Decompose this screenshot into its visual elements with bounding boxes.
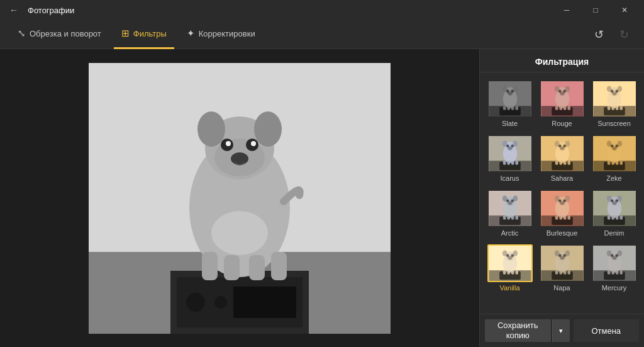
svg-rect-29	[515, 106, 518, 110]
svg-rect-154	[511, 271, 514, 275]
filter-icarus[interactable]: Icarus	[485, 132, 535, 185]
svg-rect-113	[515, 215, 518, 220]
svg-rect-97	[611, 161, 614, 165]
main-content: Фильтрация	[0, 49, 644, 347]
app-title: Фотографии	[28, 6, 552, 15]
svg-point-5	[214, 296, 227, 309]
titlebar: ← Фотографии ─ □ ✕	[0, 0, 644, 20]
svg-rect-41	[559, 106, 562, 110]
svg-rect-138	[607, 215, 610, 220]
svg-point-13	[197, 111, 225, 147]
svg-point-91	[560, 147, 564, 151]
filter-sunscreen[interactable]: Sunscreen	[589, 77, 639, 130]
svg-rect-152	[502, 270, 506, 275]
cancel-button[interactable]: Отмена	[574, 319, 640, 342]
restore-button[interactable]: □	[581, 0, 610, 20]
svg-point-147	[612, 202, 616, 205]
photo-image	[89, 63, 391, 334]
svg-rect-70	[511, 161, 514, 165]
svg-rect-6	[233, 287, 296, 318]
filter-name-icarus: Icarus	[501, 174, 519, 182]
svg-rect-98	[615, 161, 618, 165]
redo-button[interactable]: ↻	[614, 25, 634, 45]
svg-rect-96	[607, 161, 610, 165]
panel-title: Фильтрация	[480, 49, 644, 72]
svg-rect-43	[567, 106, 570, 110]
svg-point-77	[508, 147, 512, 151]
svg-rect-10	[249, 255, 265, 280]
svg-rect-82	[555, 161, 558, 165]
back-button[interactable]: ←	[5, 1, 23, 19]
svg-rect-124	[555, 215, 558, 220]
svg-rect-182	[615, 271, 618, 275]
svg-rect-8	[202, 252, 218, 280]
svg-point-49	[560, 92, 564, 96]
right-panel: Фильтрация	[479, 49, 644, 347]
filter-rouge[interactable]: Rouge	[537, 77, 587, 130]
filter-zeke[interactable]: Zeke	[589, 132, 639, 185]
svg-point-21	[211, 211, 268, 255]
svg-rect-153	[507, 271, 510, 275]
svg-rect-140	[615, 216, 618, 220]
svg-rect-127	[567, 215, 570, 220]
undo-icon: ↺	[594, 28, 604, 42]
filters-label: Фильтры	[133, 29, 167, 38]
svg-rect-11	[271, 252, 287, 280]
svg-rect-54	[607, 106, 610, 110]
filter-name-vanilla: Vanilla	[499, 284, 519, 292]
adjust-icon: ✦	[187, 28, 195, 39]
svg-point-189	[612, 256, 616, 260]
svg-rect-28	[511, 106, 514, 110]
svg-rect-71	[515, 161, 518, 165]
svg-rect-181	[611, 271, 614, 275]
svg-point-14	[254, 111, 282, 147]
redo-icon: ↻	[619, 28, 629, 42]
svg-rect-141	[619, 215, 623, 220]
svg-rect-83	[559, 161, 562, 165]
dropdown-icon: ▾	[559, 327, 563, 335]
filter-sahara[interactable]: Sahara	[537, 132, 587, 185]
filter-vanilla[interactable]: Vanilla	[485, 242, 535, 294]
svg-rect-183	[619, 270, 623, 275]
crop-icon: ⤡	[18, 28, 26, 39]
save-dropdown-button[interactable]: ▾	[552, 319, 570, 342]
filter-name-arctic: Arctic	[501, 229, 519, 237]
svg-rect-126	[563, 216, 566, 220]
filter-slate[interactable]: Slate	[485, 77, 535, 130]
photo-area	[0, 49, 479, 347]
svg-rect-99	[619, 161, 623, 165]
svg-rect-56	[615, 106, 618, 110]
svg-point-119	[508, 202, 512, 205]
svg-rect-110	[502, 215, 506, 220]
window-controls: ─ □ ✕	[552, 0, 639, 20]
filters-tab[interactable]: ⊞ Фильтры	[114, 20, 174, 49]
filter-name-burlesque: Burlesque	[547, 229, 578, 237]
svg-rect-27	[507, 106, 510, 110]
undo-button[interactable]: ↺	[589, 25, 609, 45]
filter-denim[interactable]: Denim	[589, 187, 639, 239]
toolbar: ⤡ Обрезка и поворот ⊞ Фильтры ✦ Корректи…	[0, 20, 644, 49]
svg-point-20	[231, 152, 248, 165]
filter-name-zeke: Zeke	[606, 174, 621, 182]
svg-point-35	[508, 92, 512, 96]
photo-container	[89, 63, 391, 334]
filter-burlesque[interactable]: Burlesque	[537, 187, 587, 239]
filter-arctic[interactable]: Arctic	[485, 187, 535, 239]
adjustments-tab[interactable]: ✦ Корректировки	[179, 20, 263, 49]
svg-rect-26	[502, 106, 506, 110]
filter-mercury[interactable]: Mercury	[589, 242, 639, 294]
svg-rect-180	[607, 270, 610, 275]
filter-napa[interactable]: Napa	[537, 242, 587, 294]
svg-point-133	[560, 202, 564, 205]
bottom-bar: Сохранить копию ▾ Отмена	[480, 314, 644, 347]
minimize-button[interactable]: ─	[552, 0, 581, 20]
svg-rect-112	[511, 216, 514, 220]
filter-name-napa: Napa	[553, 284, 570, 292]
filter-name-sunscreen: Sunscreen	[597, 120, 631, 127]
svg-rect-166	[555, 270, 558, 275]
svg-point-63	[612, 92, 616, 96]
crop-tab[interactable]: ⤡ Обрезка и поворот	[10, 20, 109, 49]
save-copy-button[interactable]: Сохранить копию	[485, 319, 551, 342]
close-button[interactable]: ✕	[610, 0, 639, 20]
svg-rect-139	[611, 216, 614, 220]
